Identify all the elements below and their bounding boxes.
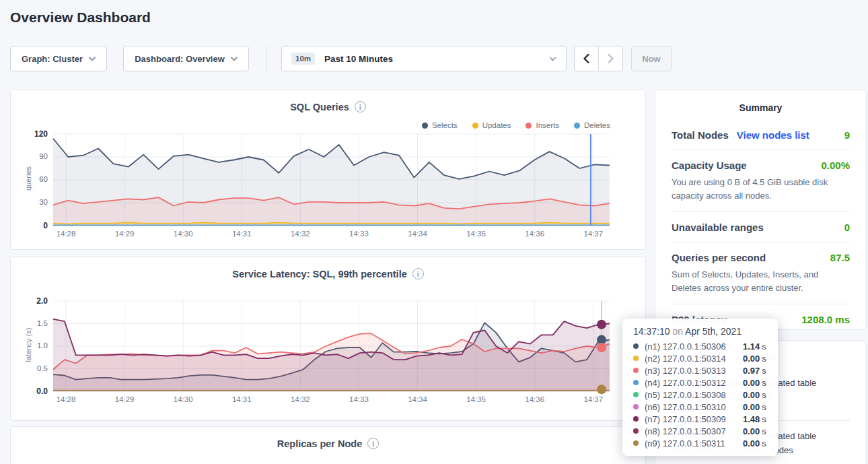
x-axis-tick: 14:28 (50, 230, 82, 238)
legend-label: Inserts (536, 121, 559, 129)
y-axis-label: latency (s) (24, 318, 32, 372)
chevron-down-icon (89, 57, 96, 61)
tooltip-node-label: (n1) 127.0.0.1:50306 (645, 341, 743, 352)
tooltip-timestamp: 14:37:10 on Apr 5th, 2021 (633, 326, 767, 337)
series-dot-icon (633, 440, 639, 446)
tooltip-node-value: 0.00 (743, 402, 760, 412)
tooltip-node-value: 0.00 (743, 390, 760, 400)
chevron-down-icon (549, 57, 556, 61)
legend-item-updates[interactable]: Updates (472, 121, 511, 129)
y-axis-tick: 60 (17, 175, 48, 183)
x-axis-tick: 14:29 (108, 395, 141, 403)
time-range-selector[interactable]: 10m Past 10 Minutes (281, 46, 567, 71)
time-range-badge: 10m (291, 53, 315, 65)
y-axis-tick: 90 (17, 152, 48, 160)
summary-row-value: 9 (844, 129, 850, 141)
legend-dot-icon (574, 123, 580, 129)
chevron-down-icon (231, 57, 238, 61)
legend-item-deletes[interactable]: Deletes (574, 121, 610, 129)
series-dot-icon (633, 368, 639, 373)
x-axis-tick: 14:30 (167, 395, 199, 403)
graph-dropdown[interactable]: Graph: Cluster (10, 46, 107, 71)
legend-label: Selects (432, 121, 458, 129)
graph-dropdown-label: Graph: Cluster (22, 54, 83, 64)
tooltip-row: (n3) 127.0.0.1:503130.97s (633, 364, 767, 376)
service-latency-chart (53, 301, 610, 391)
replicas-per-node-title: Replicas per Node (277, 438, 363, 449)
tooltip-node-value: 1.48 (743, 414, 760, 424)
tooltip-row: (n4) 127.0.0.1:503120.00s (633, 376, 767, 389)
sql-queries-legend: SelectsUpdatesInsertsDeletes (422, 121, 610, 129)
x-axis-tick: 14:32 (284, 230, 316, 238)
series-dot-icon (633, 392, 639, 397)
tooltip-node-value: 0.00 (743, 426, 760, 436)
y-axis-tick: 120 (17, 129, 48, 139)
x-axis-tick: 14:36 (519, 395, 551, 403)
tooltip-node-label: (n3) 127.0.0.1:50313 (645, 366, 743, 376)
now-button[interactable]: Now (631, 46, 672, 71)
y-axis-tick: 30 (17, 198, 48, 206)
sql-queries-panel: SQL Queries i SelectsUpdatesInsertsDelet… (10, 90, 646, 250)
summary-row: Queries per second87.5Sum of Selects, Up… (672, 242, 850, 304)
sql-queries-chart (53, 134, 610, 226)
tooltip-node-label: (n2) 127.0.0.1:50314 (645, 354, 743, 364)
summary-row-value: 1208.0 ms (801, 314, 850, 325)
x-axis-tick: 14:37 (577, 395, 610, 403)
x-axis-tick: 14:36 (519, 230, 551, 238)
legend-item-selects[interactable]: Selects (422, 121, 458, 129)
x-axis-tick: 14:33 (342, 230, 375, 238)
tooltip-row: (n5) 127.0.0.1:503080.00s (633, 389, 767, 401)
info-icon[interactable]: i (412, 268, 424, 279)
summary-title: Summary (672, 102, 850, 113)
tooltip-row: (n1) 127.0.0.1:503061.14s (633, 340, 767, 352)
legend-label: Updates (482, 121, 511, 129)
dashboard-dropdown[interactable]: Dashboard: Overview (123, 46, 249, 71)
tooltip-row: (n7) 127.0.0.1:503091.48s (633, 413, 767, 425)
series-dot-icon (633, 356, 639, 361)
x-axis-tick: 14:35 (460, 395, 493, 403)
legend-item-inserts[interactable]: Inserts (526, 121, 559, 129)
x-axis-tick: 14:35 (460, 230, 493, 238)
tooltip-node-value: 0.97 (743, 366, 760, 376)
summary-row-label: Unavailable ranges (672, 222, 764, 233)
summary-row-value: 0 (844, 222, 850, 233)
tooltip-node-unit: s (762, 354, 766, 364)
x-axis-tick: 14:31 (225, 230, 258, 238)
info-icon[interactable]: i (355, 101, 366, 112)
tooltip-row: (n9) 127.0.0.1:503110.00s (633, 437, 767, 449)
tooltip-node-unit: s (762, 438, 766, 449)
series-dot-icon (633, 428, 639, 434)
tooltip-node-unit: s (762, 402, 766, 412)
x-axis-tick: 14:28 (50, 395, 82, 403)
summary-row-subtext: You are using 0 B of 4.5 GiB usable disk… (672, 176, 850, 203)
tooltip-node-unit: s (762, 366, 766, 376)
tooltip-row: (n6) 127.0.0.1:503100.00s (633, 401, 767, 413)
tooltip-node-label: (n7) 127.0.0.1:50309 (645, 414, 743, 424)
x-axis-tick: 14:34 (402, 230, 434, 238)
y-axis-tick: 1.0 (17, 341, 48, 350)
tooltip-row: (n2) 127.0.0.1:503140.00s (633, 352, 767, 364)
page-title: Overview Dashboard (10, 9, 151, 26)
summary-row-value: 0.00% (821, 160, 850, 171)
x-axis-tick: 14:33 (342, 395, 375, 403)
time-back-button[interactable] (575, 46, 599, 71)
replicas-per-node-panel: Replicas per Node i (10, 426, 646, 464)
tooltip-node-value: 0.00 (743, 354, 760, 364)
chevron-right-icon (608, 54, 614, 63)
summary-row: Capacity Usage0.00%You are using 0 B of … (672, 150, 850, 212)
summary-row-label: Total Nodes (672, 129, 729, 141)
tooltip-node-label: (n9) 127.0.0.1:50311 (645, 438, 743, 449)
x-axis-tick: 14:29 (108, 230, 141, 238)
y-axis-tick: 2.0 (17, 296, 48, 306)
tooltip-node-label: (n5) 127.0.0.1:50308 (645, 390, 743, 400)
x-axis-tick: 14:32 (284, 395, 316, 403)
tooltip-node-unit: s (762, 414, 766, 424)
legend-dot-icon (422, 123, 428, 129)
y-axis-tick: 1.5 (17, 319, 48, 327)
dashboard-dropdown-label: Dashboard: Overview (135, 54, 225, 64)
info-icon[interactable]: i (367, 438, 379, 449)
legend-dot-icon (472, 123, 478, 129)
time-forward-button[interactable] (599, 46, 622, 71)
y-axis-label: queries (24, 152, 32, 205)
view-nodes-link[interactable]: View nodes list (737, 129, 809, 141)
